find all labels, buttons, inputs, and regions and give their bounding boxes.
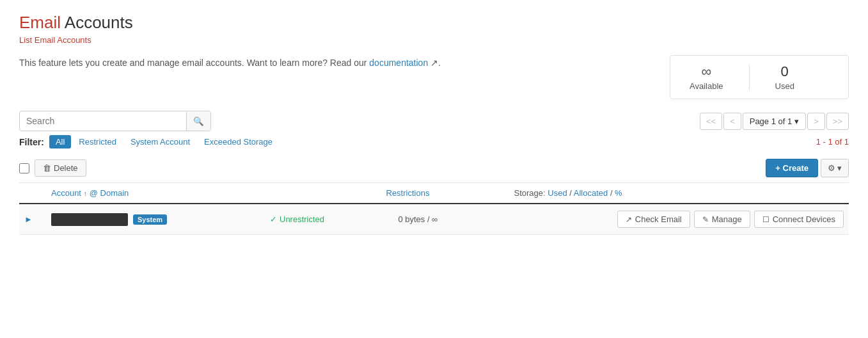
th-account-label: Account [51, 188, 81, 198]
expand-icon: ► [24, 214, 33, 224]
delete-label: Delete [54, 163, 78, 173]
stats-available: ∞ Available [690, 63, 723, 91]
title-email-part: Email [19, 13, 61, 32]
storage-cell: 0 bytes / ∞ [398, 214, 617, 224]
page-info-arrow: ▾ [794, 117, 799, 126]
search-input[interactable] [20, 111, 186, 131]
settings-icon: ⚙ [828, 163, 835, 173]
pagination-page-info[interactable]: Page 1 of 1 ▾ [743, 113, 807, 130]
info-row: This feature lets you create and manage … [19, 55, 849, 99]
create-button[interactable]: + Create [766, 159, 818, 177]
th-storage-allocated: Allocated [574, 188, 608, 198]
info-text: This feature lets you create and manage … [19, 55, 441, 68]
connect-icon: ☐ [762, 215, 769, 224]
filter-buttons: All Restricted System Account Exceeded S… [49, 135, 279, 149]
th-storage-used: Used [548, 188, 567, 198]
stats-used: 0 Used [775, 63, 794, 91]
pagination-next[interactable]: > [807, 113, 825, 130]
actions-row: 🗑 Delete + Create ⚙ ▾ [19, 154, 849, 183]
page-info-text: Page 1 of 1 [750, 117, 793, 126]
sort-arrow-icon: ↑ [84, 189, 88, 197]
restriction-cell: ✓ Unrestricted [270, 214, 398, 224]
breadcrumb: List Email Accounts [19, 35, 849, 45]
pagination-controls: << < Page 1 of 1 ▾ > >> [700, 113, 849, 130]
filter-btn-all[interactable]: All [49, 135, 71, 149]
filter-btn-exceeded[interactable]: Exceeded Storage [198, 135, 279, 149]
search-icon: 🔍 [193, 117, 204, 126]
stats-divider [749, 65, 750, 90]
th-checkbox-spacer [19, 188, 51, 198]
result-count: 1 - 1 of 1 [816, 137, 849, 147]
filter-btn-system[interactable]: System Account [124, 135, 196, 149]
stats-box: ∞ Available 0 Used [670, 55, 849, 99]
title-accounts-part: Accounts [61, 13, 133, 32]
manage-label: Manage [712, 214, 742, 224]
settings-arrow: ▾ [837, 163, 842, 173]
pagination-last[interactable]: >> [826, 113, 849, 130]
th-storage-pct: % [615, 188, 622, 198]
pagination-prev[interactable]: < [723, 113, 741, 130]
select-all-checkbox[interactable] [19, 163, 29, 173]
pagination-first[interactable]: << [700, 113, 722, 130]
th-storage: Storage: Used / Allocated / % [514, 188, 849, 198]
right-actions: + Create ⚙ ▾ [766, 159, 849, 177]
th-domain-sep: @ [90, 188, 100, 198]
info-text-after: . [438, 58, 441, 68]
system-badge: System [133, 214, 167, 225]
table-header: Account ↑ @ Domain Restrictions Storage:… [19, 183, 849, 204]
check-email-label: Check Email [635, 214, 682, 224]
check-email-icon: ↗ [626, 215, 632, 224]
filter-btn-restricted[interactable]: Restricted [72, 135, 123, 149]
filter-row: Filter: All Restricted System Account Ex… [19, 135, 849, 149]
page-wrapper: Email Accounts List Email Accounts This … [0, 0, 868, 338]
left-actions: 🗑 Delete [19, 159, 86, 177]
used-label: Used [775, 81, 794, 91]
table-row: ► System ✓ Unrestricted 0 bytes / ∞ ↗ Ch… [19, 204, 849, 235]
manage-button[interactable]: ✎ Manage [694, 211, 750, 228]
th-storage-prefix: Storage: [514, 188, 548, 198]
trash-icon: 🗑 [43, 163, 51, 173]
account-cell: System [51, 213, 270, 226]
filter-group: Filter: All Restricted System Account Ex… [19, 135, 279, 149]
manage-icon: ✎ [702, 215, 709, 224]
check-email-button[interactable]: ↗ Check Email [617, 211, 690, 228]
th-account[interactable]: Account ↑ @ Domain [51, 188, 386, 198]
toolbar-top: 🔍 << < Page 1 of 1 ▾ > >> [19, 111, 849, 131]
page-title: Email Accounts [19, 13, 849, 33]
delete-button[interactable]: 🗑 Delete [35, 159, 86, 177]
used-value: 0 [781, 63, 789, 80]
connect-label: Connect Devices [773, 214, 835, 224]
info-text-before: This feature lets you create and manage … [19, 58, 369, 68]
settings-button[interactable]: ⚙ ▾ [821, 159, 849, 177]
th-domain-label: Domain [100, 188, 129, 198]
external-link-icon: ↗ [428, 58, 438, 68]
search-box: 🔍 [19, 111, 211, 131]
filter-label: Filter: [19, 137, 44, 147]
docs-link[interactable]: documentation [369, 58, 428, 68]
search-button[interactable]: 🔍 [186, 112, 210, 131]
row-actions: ↗ Check Email ✎ Manage ☐ Connect Devices [617, 211, 849, 228]
available-value: ∞ [701, 63, 711, 80]
th-restrictions[interactable]: Restrictions [386, 188, 514, 198]
available-label: Available [690, 81, 723, 91]
row-expand-btn[interactable]: ► [19, 214, 51, 224]
account-name-bar [51, 213, 128, 226]
connect-devices-button[interactable]: ☐ Connect Devices [754, 211, 844, 228]
